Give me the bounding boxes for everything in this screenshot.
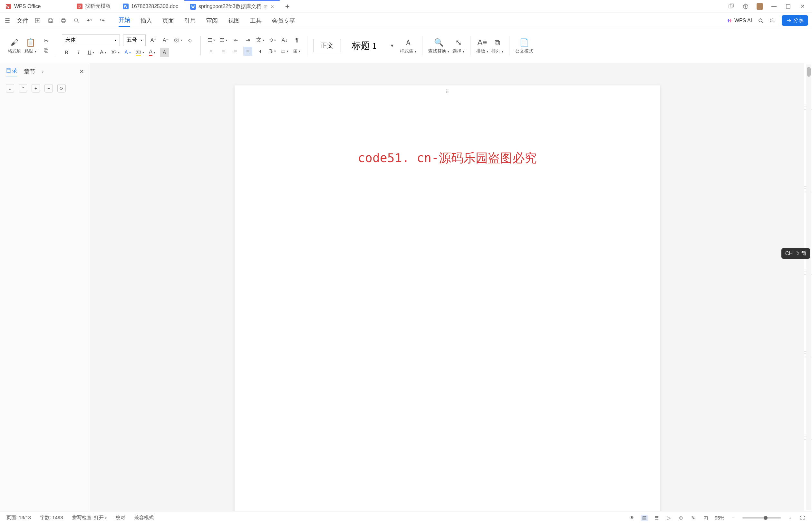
layout-button[interactable]: A≡ 排版▾ xyxy=(476,37,488,54)
ime-badge[interactable]: CH ☽ 简 xyxy=(781,248,810,259)
decrease-indent-button[interactable]: ⇤ xyxy=(231,36,240,45)
tab-close-button[interactable]: × xyxy=(271,4,274,10)
menu-tab-vip[interactable]: 会员专享 xyxy=(272,15,295,27)
eye-icon[interactable]: 👁 xyxy=(629,515,635,521)
increase-font-icon[interactable]: A⁺ xyxy=(149,36,158,45)
menu-tab-insert[interactable]: 插入 xyxy=(140,15,152,27)
plus-icon[interactable]: + xyxy=(32,84,40,93)
print-icon[interactable] xyxy=(60,17,67,24)
borders-button[interactable]: ⊞▾ xyxy=(292,47,301,56)
pinyin-icon[interactable]: ㉆▾ xyxy=(173,36,182,45)
cut-icon[interactable]: ✂ xyxy=(42,37,50,45)
cube-icon[interactable] xyxy=(742,3,749,10)
distributed-button[interactable]: ⫞ xyxy=(255,47,265,56)
zoom-out-button[interactable]: − xyxy=(730,515,736,521)
char-shading-button[interactable]: A xyxy=(160,48,169,57)
layout2-icon[interactable]: ☰ xyxy=(653,515,660,521)
search-icon[interactable] xyxy=(757,17,764,24)
close-panel-icon[interactable]: ✕ xyxy=(79,68,84,75)
copy-icon[interactable] xyxy=(42,47,50,54)
layout1-icon[interactable]: ▤ xyxy=(641,515,648,521)
avatar-icon[interactable] xyxy=(757,3,763,10)
tab-templates[interactable]: D 找稻壳模板 xyxy=(71,0,117,13)
tab-doc-2[interactable]: W springboot22fo3数据库文档 ⎚ × xyxy=(184,0,280,13)
zoom-thumb[interactable] xyxy=(764,516,767,520)
increase-indent-button[interactable]: ⇥ xyxy=(243,36,252,45)
share-button[interactable]: 分享 xyxy=(782,15,808,26)
font-family-select[interactable]: 宋体▾ xyxy=(62,34,120,46)
select-button[interactable]: ⤡ 选择▾ xyxy=(452,37,464,54)
close-button[interactable]: ✕ xyxy=(799,3,806,10)
font-color-button[interactable]: A▾ xyxy=(148,48,156,57)
format-brush-button[interactable]: 🖌 格式刷 xyxy=(8,37,21,54)
menu-tab-page[interactable]: 页面 xyxy=(162,15,174,27)
play-icon[interactable]: ▷ xyxy=(666,515,672,521)
wps-ai-button[interactable]: WPS AI xyxy=(727,18,752,23)
fullscreen-icon[interactable]: ⛶ xyxy=(799,515,806,521)
style-dropdown-icon[interactable]: ▾ xyxy=(388,41,397,50)
bold-button[interactable]: B xyxy=(62,48,71,57)
shading-button[interactable]: ▭▾ xyxy=(280,47,289,56)
text-effects-button[interactable]: A▾ xyxy=(123,48,132,57)
menu-icon[interactable]: ☰ xyxy=(4,17,11,24)
align-left-button[interactable]: ≡ xyxy=(206,47,216,56)
menu-tab-view[interactable]: 视图 xyxy=(228,15,240,27)
gongwen-button[interactable]: 📄 公文模式 xyxy=(515,37,533,54)
vertical-scrollbar[interactable] xyxy=(806,64,811,510)
align-center-button[interactable]: ≡ xyxy=(219,47,228,56)
status-page[interactable]: 页面: 13/13 xyxy=(6,515,31,521)
tab-doc-1[interactable]: W 1678632825306.doc xyxy=(117,0,184,13)
status-spell[interactable]: 拼写检查: 打开▾ xyxy=(72,515,107,521)
numbering-button[interactable]: ☷▾ xyxy=(219,36,228,45)
menu-tab-home[interactable]: 开始 xyxy=(119,14,130,27)
decrease-font-icon[interactable]: A⁻ xyxy=(161,36,170,45)
new-icon[interactable] xyxy=(34,17,41,24)
chevron-down-icon[interactable]: ⌄ xyxy=(6,84,14,93)
arrange-button[interactable]: ⧉ 排列▾ xyxy=(492,37,503,54)
pencil-icon[interactable]: ✎ xyxy=(690,515,697,521)
text-direction-button[interactable]: 文▾ xyxy=(255,36,265,45)
outline-tab-toc[interactable]: 目录 xyxy=(6,67,17,76)
underline-button[interactable]: U▾ xyxy=(86,48,95,57)
status-compat[interactable]: 兼容模式 xyxy=(134,515,154,521)
redo-icon[interactable]: ↷ xyxy=(99,17,106,24)
strikethrough-button[interactable]: A▾ xyxy=(99,48,107,57)
zoom-slider[interactable] xyxy=(742,517,781,519)
multiwindow-icon[interactable] xyxy=(728,3,735,10)
save-icon[interactable] xyxy=(47,17,54,24)
menu-tab-tools[interactable]: 工具 xyxy=(250,15,262,27)
file-menu[interactable]: 文件 xyxy=(17,17,28,24)
superscript-button[interactable]: X²▾ xyxy=(111,48,120,57)
status-words[interactable]: 字数: 1493 xyxy=(40,515,63,521)
maximize-button[interactable] xyxy=(785,3,791,10)
refresh-icon[interactable]: ⟳ xyxy=(57,84,66,93)
sort-button[interactable]: A↓ xyxy=(280,36,289,45)
styleset-button[interactable]: Ａ 样式集▾ xyxy=(400,37,416,54)
style-heading1[interactable]: 标题 1 xyxy=(345,38,384,54)
focus-icon[interactable]: ◰ xyxy=(702,515,709,521)
cloud-upload-icon[interactable] xyxy=(769,17,777,24)
line-spacing-button[interactable]: ⇅▾ xyxy=(268,47,277,56)
preview-icon[interactable] xyxy=(73,17,80,24)
highlight-button[interactable]: ab▾ xyxy=(135,48,144,57)
menu-tab-references[interactable]: 引用 xyxy=(184,15,196,27)
italic-button[interactable]: I xyxy=(74,48,83,57)
scroll-thumb[interactable] xyxy=(807,67,811,77)
minimize-button[interactable]: — xyxy=(771,3,777,10)
zoom-value[interactable]: 95% xyxy=(715,515,724,521)
menu-tab-review[interactable]: 审阅 xyxy=(206,15,218,27)
chevron-up-icon[interactable]: ⌃ xyxy=(19,84,27,93)
align-right-button[interactable]: ≡ xyxy=(231,47,240,56)
minus-icon[interactable]: − xyxy=(45,84,53,93)
paste-button[interactable]: 📋 粘贴▾ xyxy=(24,37,36,54)
add-tab-button[interactable]: + xyxy=(280,2,295,11)
show-marks-button[interactable]: ¶ xyxy=(292,36,301,45)
globe-icon[interactable]: ⊕ xyxy=(678,515,684,521)
drag-handle-icon[interactable]: ⠿ xyxy=(445,88,449,95)
outline-tab-sections[interactable]: 章节 xyxy=(24,68,35,76)
document-area[interactable]: ⠿ code51. cn-源码乐园盗图必究 xyxy=(90,63,804,511)
convert-button[interactable]: ⟲▾ xyxy=(268,36,277,45)
style-normal[interactable]: 正文 xyxy=(313,39,341,52)
zoom-in-button[interactable]: + xyxy=(787,515,793,521)
clear-format-icon[interactable]: ◇ xyxy=(186,36,195,45)
